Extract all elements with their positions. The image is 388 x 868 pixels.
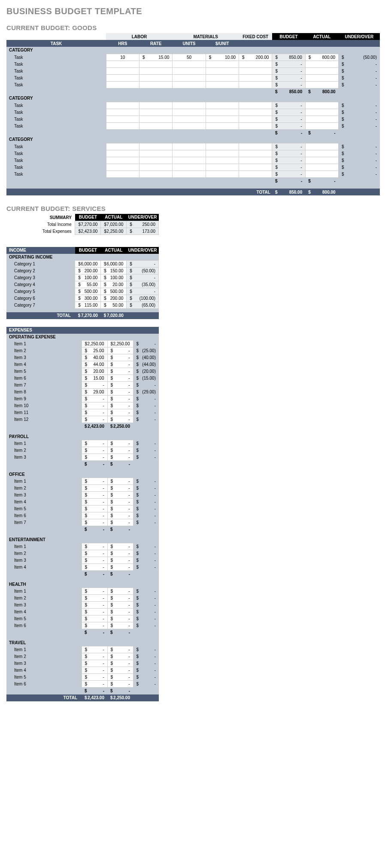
money-cell[interactable]: $- [272,177,305,184]
money-cell[interactable]: $- [107,461,133,468]
money-cell[interactable]: $- [133,506,159,512]
money-cell[interactable]: $- [339,164,380,171]
money-cell[interactable]: $- [107,602,133,609]
hrs-cell[interactable] [106,67,139,74]
fixed-cell[interactable] [239,157,272,164]
money-cell[interactable]: $- [133,409,159,416]
units-cell[interactable]: 50 [173,54,206,61]
money-cell[interactable]: $- [107,595,133,602]
unit-cell[interactable] [206,116,239,122]
money-cell[interactable]: $800.00 [305,88,338,95]
money-cell[interactable]: $- [133,499,159,506]
units-cell[interactable] [173,74,206,81]
money-cell[interactable]: $- [107,402,133,409]
rate-cell[interactable] [139,61,172,67]
money-cell[interactable]: $- [82,506,107,512]
unit-cell[interactable] [206,61,239,67]
hrs-cell[interactable]: 10 [106,54,139,61]
money-cell[interactable]: $- [107,543,133,550]
money-cell[interactable]: $15.00 [139,54,172,61]
money-cell[interactable]: $- [272,164,305,171]
money-cell[interactable]: $7,270.00 [75,221,101,228]
hrs-cell[interactable] [106,109,139,116]
money-cell[interactable]: $- [272,102,305,109]
money-cell[interactable]: $- [272,150,305,157]
money-cell[interactable]: $- [339,61,380,67]
money-cell[interactable]: $100.00 [75,274,101,281]
money-cell[interactable]: $- [339,74,380,81]
rate-cell[interactable] [139,74,172,81]
money-cell[interactable]: $- [82,440,107,447]
units-cell[interactable] [173,116,206,122]
money-cell[interactable]: $- [107,492,133,499]
money-cell[interactable]: $- [133,653,159,660]
money-cell[interactable]: $- [133,646,159,653]
actual-cell[interactable] [305,81,338,88]
money-cell[interactable]: $(20.00) [133,368,159,375]
money-cell[interactable]: $200.00 [239,54,272,61]
money-cell[interactable]: $- [82,492,107,499]
money-cell[interactable]: $(35.00) [127,281,159,288]
money-cell[interactable]: $173.00 [127,228,159,235]
money-cell[interactable]: $- [82,609,107,615]
hrs-cell[interactable] [106,81,139,88]
hrs-cell[interactable] [106,102,139,109]
money-cell[interactable]: $- [82,454,107,461]
fixed-cell[interactable] [239,109,272,116]
actual-cell[interactable] [305,157,338,164]
unit-cell[interactable] [206,164,239,171]
money-cell[interactable]: $250.00 [127,221,159,228]
money-cell[interactable]: $- [133,492,159,499]
fixed-cell[interactable] [239,143,272,150]
money-cell[interactable]: $- [82,543,107,550]
money-cell[interactable]: $- [133,512,159,519]
money-cell[interactable]: $- [272,143,305,150]
money-cell[interactable]: $- [107,506,133,512]
money-cell[interactable]: $- [107,382,133,389]
units-cell[interactable] [173,61,206,67]
money-cell[interactable]: $- [82,629,107,636]
money-cell[interactable]: $- [82,660,107,667]
money-cell[interactable]: $- [82,512,107,519]
money-cell[interactable]: $- [133,595,159,602]
money-cell[interactable]: $- [133,588,159,595]
money-cell[interactable]: $500.00 [75,288,101,295]
money-cell[interactable]: $(100.00) [127,295,159,302]
money-cell[interactable]: $- [127,261,159,268]
money-cell[interactable]: $(50.00) [127,268,159,274]
money-cell[interactable]: $- [339,171,380,177]
money-cell[interactable]: $- [107,557,133,564]
money-cell[interactable]: $- [339,150,380,157]
rate-cell[interactable] [139,164,172,171]
money-cell[interactable]: $40.00 [82,354,107,361]
hrs-cell[interactable] [106,61,139,67]
hrs-cell[interactable] [106,74,139,81]
rate-cell[interactable] [139,67,172,74]
money-cell[interactable]: $- [133,602,159,609]
money-cell[interactable]: $- [107,354,133,361]
money-cell[interactable]: $- [133,341,159,347]
money-cell[interactable]: $800.00 [305,54,338,61]
money-cell[interactable]: $- [127,274,159,281]
money-cell[interactable]: $200.00 [101,295,127,302]
money-cell[interactable]: $- [82,416,107,423]
money-cell[interactable]: $- [82,667,107,674]
money-cell[interactable]: $- [82,550,107,557]
money-cell[interactable]: $- [133,667,159,674]
rate-cell[interactable] [139,102,172,109]
money-cell[interactable]: $- [107,447,133,454]
money-cell[interactable]: $- [107,674,133,681]
money-cell[interactable]: $- [82,615,107,622]
money-cell[interactable]: $- [82,588,107,595]
money-cell[interactable]: $200.00 [75,268,101,274]
fixed-cell[interactable] [239,164,272,171]
money-cell[interactable]: $- [82,402,107,409]
money-cell[interactable]: $- [272,122,305,129]
rate-cell[interactable] [139,150,172,157]
unit-cell[interactable] [206,102,239,109]
rate-cell[interactable] [139,122,172,129]
money-cell[interactable]: $- [107,440,133,447]
money-cell[interactable]: $- [133,660,159,667]
money-cell[interactable]: $- [339,67,380,74]
actual-cell[interactable] [305,143,338,150]
